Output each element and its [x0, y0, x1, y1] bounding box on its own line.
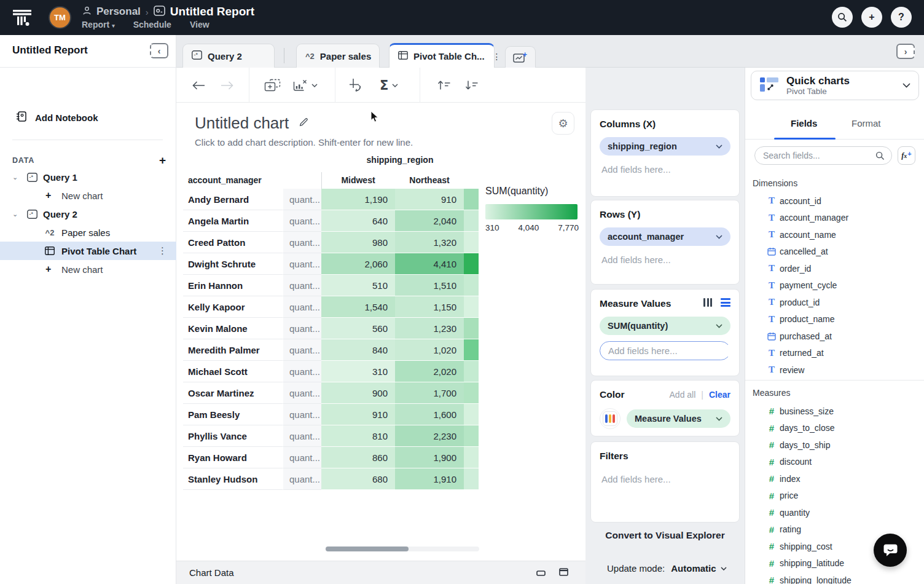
add-to-canvas-button[interactable] — [264, 68, 281, 103]
measure-field-item[interactable]: #index — [745, 470, 924, 487]
heatmap-cell[interactable]: 1,190 — [321, 189, 395, 210]
dimension-field-item[interactable]: Treturned_at — [745, 345, 924, 362]
heatmap-cell[interactable]: 900 — [321, 382, 395, 404]
sort-descending-button[interactable] — [464, 68, 479, 103]
collapse-right-panel-button[interactable]: › — [896, 44, 915, 59]
dimension-field-item[interactable]: Tpayment_cycle — [745, 277, 924, 294]
heatmap-cell[interactable]: 910 — [321, 404, 395, 425]
chart-data-label[interactable]: Chart Data — [189, 567, 234, 578]
heatmap-cell[interactable]: 560 — [321, 318, 395, 339]
dimension-field-item[interactable]: Tproduct_name — [745, 311, 924, 328]
menu-view[interactable]: View — [190, 20, 209, 30]
heatmap-cell[interactable]: 840 — [321, 339, 395, 361]
heatmap-cell[interactable]: 1,020 — [395, 339, 464, 361]
measure-field-item[interactable]: #business_size — [745, 403, 924, 420]
measure-field-item[interactable]: #discount — [745, 454, 924, 471]
minimize-panel-icon[interactable] — [536, 567, 546, 578]
heatmap-cell[interactable]: 2,230 — [395, 425, 464, 447]
sidebar-item-new-chart-2[interactable]: + New chart — [0, 260, 176, 278]
heatmap-cell[interactable]: 2,020 — [395, 361, 464, 382]
heatmap-cell[interactable]: 860 — [321, 447, 395, 468]
heatmap-cell[interactable]: 1,320 — [395, 232, 464, 253]
chart-settings-button[interactable]: ⚙ — [552, 112, 574, 135]
sidebar-item-query2[interactable]: ⌄ -* Query 2 — [0, 205, 176, 223]
measure-field-item[interactable]: #price — [745, 487, 924, 505]
heatmap-cell[interactable]: 2,040 — [395, 210, 464, 232]
rows-y-add-fields[interactable]: Add fields here... — [600, 255, 730, 265]
scrollbar-thumb[interactable] — [326, 547, 409, 551]
convert-to-visual-explorer-button[interactable]: Convert to Visual Explorer — [590, 530, 740, 541]
chevron-down-icon[interactable]: ⌄ — [12, 173, 21, 181]
chart-description[interactable]: Click to add chart description. Shift-en… — [195, 137, 413, 148]
menu-schedule[interactable]: Schedule — [133, 20, 171, 30]
sidebar-item-new-chart-1[interactable]: + New chart — [0, 186, 176, 205]
heatmap-cell-partial[interactable] — [464, 361, 479, 382]
rows-layout-icon[interactable] — [721, 298, 730, 307]
measure-field-item[interactable]: #shipping_longitude — [745, 572, 924, 584]
columns-x-add-fields[interactable]: Add fields here... — [600, 164, 730, 175]
avatar[interactable]: TM — [49, 6, 71, 29]
heatmap-cell[interactable]: 1,900 — [395, 447, 464, 468]
heatmap-cell[interactable]: 810 — [321, 425, 395, 447]
add-formula-button[interactable]: fx+ — [898, 146, 915, 165]
report-title[interactable]: Untitled Report — [170, 5, 254, 18]
heatmap-cell-partial[interactable] — [464, 275, 479, 296]
heatmap-cell[interactable]: 1,910 — [395, 468, 464, 490]
color-field-pill[interactable]: Measure Values — [627, 409, 730, 428]
sidebar-item-query1[interactable]: ⌄ -* Query 1 — [0, 168, 176, 186]
update-mode-select[interactable]: Automatic — [671, 563, 726, 574]
sidebar-item-pivot-table-chart[interactable]: Pivot Table Chart ⋮ — [0, 242, 176, 260]
back-button[interactable] — [192, 68, 205, 103]
filters-add-fields[interactable]: Add fields here... — [600, 474, 730, 484]
search-fields-input[interactable] — [762, 150, 875, 161]
edit-title-icon[interactable] — [299, 117, 309, 130]
search-button[interactable] — [832, 7, 853, 28]
help-button[interactable]: ? — [891, 7, 912, 28]
sort-ascending-button[interactable] — [437, 68, 451, 103]
menu-report[interactable]: Report▾ — [82, 20, 115, 30]
heatmap-cell[interactable]: 980 — [321, 232, 395, 253]
dimension-field-item[interactable]: Treview — [745, 361, 924, 379]
heatmap-cell[interactable]: 1,540 — [321, 296, 395, 318]
heatmap-cell[interactable]: 2,060 — [321, 253, 395, 275]
workspace-link[interactable]: Personal — [96, 6, 141, 18]
heatmap-cell[interactable]: 310 — [321, 361, 395, 382]
remove-chart-dropdown[interactable] — [293, 68, 318, 103]
tab-menu-icon[interactable]: ⋮ — [493, 52, 502, 61]
heatmap-cell[interactable]: 510 — [321, 275, 395, 296]
add-chart-tab-button[interactable]: + — [505, 46, 536, 68]
color-clear-link[interactable]: Clear — [709, 390, 730, 400]
heatmap-cell-partial[interactable] — [464, 468, 479, 490]
color-palette-icon[interactable] — [600, 408, 621, 429]
color-add-all-link[interactable]: Add all — [670, 390, 696, 400]
measure-values-add-field-input[interactable] — [607, 345, 732, 357]
tab-query2[interactable]: -* Query 2 — [182, 44, 275, 68]
rows-y-field-pill[interactable]: account_manager — [600, 227, 730, 246]
add-notebook-button[interactable]: Add Notebook — [16, 111, 98, 124]
heatmap-cell[interactable]: 4,410 — [395, 253, 464, 275]
heatmap-cell-partial[interactable] — [464, 318, 479, 339]
dimension-field-item[interactable]: Taccount_manager — [745, 210, 924, 227]
heatmap-cell[interactable]: 1,150 — [395, 296, 464, 318]
heatmap-cell[interactable]: 1,700 — [395, 382, 464, 404]
heatmap-cell-partial[interactable] — [464, 404, 479, 425]
heatmap-cell[interactable]: 680 — [321, 468, 395, 490]
add-button[interactable]: + — [861, 7, 882, 28]
heatmap-cell-partial[interactable] — [464, 210, 479, 232]
swap-axes-button[interactable] — [349, 68, 364, 103]
dimension-field-item[interactable]: Taccount_id — [745, 192, 924, 210]
dimension-field-item[interactable]: Taccount_name — [745, 226, 924, 243]
tab-fields[interactable]: Fields — [791, 118, 817, 128]
heatmap-cell-partial[interactable] — [464, 189, 479, 210]
columns-x-field-pill[interactable]: shipping_region — [600, 137, 730, 156]
sidebar-item-paper-sales[interactable]: ^2 Paper sales — [0, 223, 176, 242]
heatmap-cell[interactable]: 1,510 — [395, 275, 464, 296]
dimension-field-item[interactable]: Tproduct_id — [745, 294, 924, 311]
item-menu-icon[interactable]: ⋮ — [158, 245, 168, 256]
heatmap-cell-partial[interactable] — [464, 339, 479, 361]
heatmap-cell[interactable]: 910 — [395, 189, 464, 210]
aggregate-dropdown[interactable]: Σ — [380, 68, 398, 103]
heatmap-cell-partial[interactable] — [464, 253, 479, 275]
expand-panel-icon[interactable] — [559, 567, 568, 578]
heatmap-cell[interactable]: 640 — [321, 210, 395, 232]
